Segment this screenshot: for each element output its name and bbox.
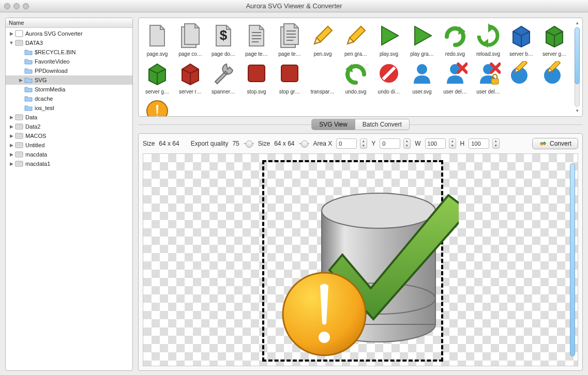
tree-item[interactable]: FavoriteVideo [6, 57, 132, 66]
tree-item[interactable]: ▶MACOS [6, 131, 132, 140]
drive-icon [15, 123, 23, 130]
export-controls: Size 64 x 64 Export quality 75 Size 64 x… [143, 137, 578, 149]
disclosure-triangle[interactable]: ▶ [9, 31, 14, 36]
user-del-lock-icon [474, 59, 503, 88]
area-y-input[interactable]: 0 [380, 138, 400, 149]
thumbnail[interactable]: stop gr… [274, 59, 305, 95]
pencil-icon [341, 21, 370, 50]
play-icon [374, 21, 403, 50]
play-icon [408, 21, 436, 50]
disclosure-triangle [18, 87, 23, 92]
thumbnail[interactable]: user.svg [406, 59, 438, 95]
minimize-button[interactable] [13, 3, 20, 9]
thumbnail-label: server g… [539, 51, 569, 57]
thumbnail-label: server r… [175, 89, 205, 95]
tree-item[interactable]: ios_test [6, 103, 132, 113]
tree-item[interactable]: ▶macdata [6, 150, 132, 159]
canvas-scrollbar[interactable] [568, 156, 577, 364]
thumbnail-label: spanner… [208, 89, 238, 95]
tree-item[interactable]: $RECYCLE.BIN [6, 48, 132, 57]
page-text-icon [242, 21, 271, 50]
tree-item-label: Aurora SVG Converter [25, 30, 83, 37]
disclosure-triangle[interactable]: ▶ [9, 133, 14, 138]
thumbnail[interactable]: user del… [473, 59, 504, 95]
thumbnail[interactable]: stop.svg [241, 59, 272, 95]
tree-item[interactable]: ▶Data [6, 113, 132, 122]
disclosure-triangle[interactable]: ▶ [18, 77, 23, 83]
folder-icon [24, 49, 33, 56]
tree-item[interactable]: ▼DATA3 [6, 38, 132, 48]
thumbnail[interactable]: spanner… [208, 59, 239, 95]
thumbnail[interactable]: server g… [142, 59, 173, 95]
undo-disabled-icon [374, 59, 403, 88]
export-size-slider[interactable] [299, 140, 309, 147]
tree-item[interactable]: ▶macdata1 [6, 159, 132, 168]
thumbnail[interactable]: page co… [175, 21, 206, 57]
area-x-stepper[interactable]: ▴▾ [360, 138, 367, 149]
thumbnail[interactable]: pen.svg [307, 21, 338, 57]
thumb-scrollbar[interactable]: ▴ ▾ [573, 20, 581, 114]
thumbnail[interactable]: reload.svg [473, 21, 504, 57]
pencil-icon [308, 21, 337, 50]
zoom-button[interactable] [23, 3, 29, 9]
disclosure-triangle[interactable]: ▶ [9, 115, 14, 120]
thumbnail[interactable]: page do… [208, 21, 239, 57]
thumbnail[interactable]: page.svg [142, 21, 173, 57]
svg-point-5 [319, 332, 330, 343]
area-h-stepper[interactable]: ▴▾ [492, 138, 500, 149]
thumbnail-label: redo.svg [440, 51, 470, 57]
disclosure-triangle[interactable]: ▼ [9, 40, 14, 45]
tree-item[interactable]: StormMedia [6, 85, 132, 94]
convert-button[interactable]: Convert [532, 138, 578, 149]
thumbnail[interactable] [142, 97, 173, 116]
tree-header-name[interactable]: Name [6, 18, 132, 28]
window-title: Aurora SVG Viewer & Converter [0, 2, 588, 10]
thumbnail[interactable]: user del… [440, 59, 471, 95]
disclosure-triangle[interactable]: ▶ [9, 143, 14, 148]
disclosure-triangle[interactable]: ▶ [9, 124, 14, 129]
thumbnail-label: page te… [242, 51, 272, 57]
quality-slider[interactable] [244, 140, 254, 147]
area-y-stepper[interactable]: ▴▾ [403, 138, 411, 149]
thumbnail[interactable]: undo di… [373, 59, 404, 95]
tree-item[interactable]: ▶Aurora SVG Converter [6, 29, 132, 38]
thumbnail[interactable] [175, 97, 206, 116]
titlebar: Aurora SVG Viewer & Converter [0, 0, 588, 12]
thumbnail-label: page co… [175, 51, 205, 57]
area-x-input[interactable]: 0 [336, 138, 357, 149]
close-button[interactable] [4, 3, 10, 9]
thumbnail[interactable]: pen gra… [340, 21, 371, 57]
thumbnail[interactable]: undo.svg [340, 59, 371, 95]
thumbnail-label: play gra… [407, 51, 437, 57]
disclosure-triangle[interactable]: ▶ [9, 152, 14, 157]
window-controls [4, 3, 29, 9]
tree-item[interactable]: ▶Untitled [6, 140, 132, 150]
tree-item[interactable]: PPDownload [6, 66, 132, 75]
thumbnail[interactable]: page te… [274, 21, 305, 57]
thumbnail[interactable]: server r… [175, 59, 206, 95]
tree-item[interactable]: dcache [6, 94, 132, 103]
disclosure-triangle [18, 105, 23, 111]
thumbnail[interactable]: server b… [506, 21, 537, 57]
tree-item[interactable]: ▶Data2 [6, 122, 132, 131]
tab-svg-view[interactable]: SVG View [311, 119, 355, 130]
file-tree[interactable]: Name ▶Aurora SVG Converter▼DATA3$RECYCLE… [5, 18, 133, 371]
thumbnail[interactable]: page te… [241, 21, 272, 57]
area-h-input[interactable]: 100 [469, 138, 489, 149]
thumbnail[interactable] [506, 59, 537, 95]
area-w-input[interactable]: 100 [425, 138, 446, 149]
thumbnail-label: stop.svg [242, 89, 272, 95]
area-w-label: W [415, 140, 420, 147]
disclosure-triangle[interactable]: ▶ [9, 161, 14, 166]
tab-batch-convert[interactable]: Batch Convert [355, 119, 410, 130]
thumbnail[interactable]: play gra… [406, 21, 438, 57]
thumbnail[interactable]: play.svg [373, 21, 404, 57]
thumbnail[interactable] [539, 59, 570, 95]
area-w-stepper[interactable]: ▴▾ [449, 138, 456, 149]
tree-item[interactable]: ▶SVG [6, 75, 132, 85]
thumbnail[interactable]: transpar… [307, 59, 338, 95]
thumbnail-label: user del… [473, 89, 503, 95]
thumbnail[interactable]: redo.svg [440, 21, 471, 57]
thumbnail[interactable]: server g… [539, 21, 570, 57]
preview-canvas[interactable] [143, 153, 578, 366]
